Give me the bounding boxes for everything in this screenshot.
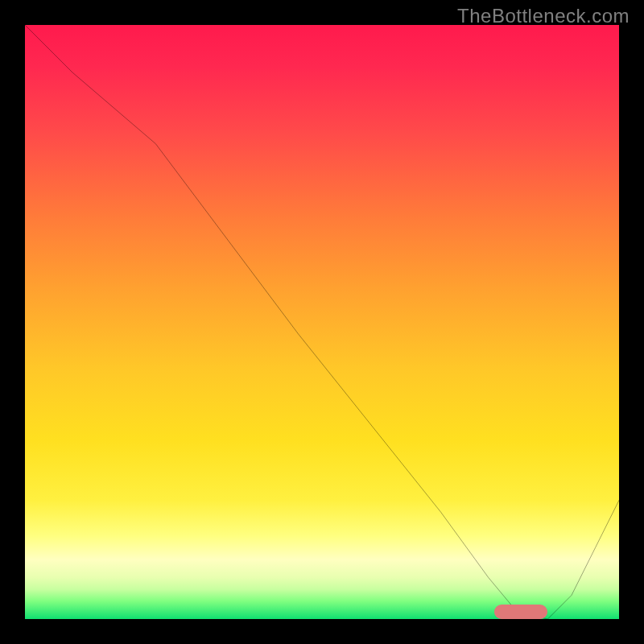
bottleneck-curve [25, 25, 619, 619]
watermark-text: TheBottleneck.com [457, 5, 630, 27]
chart-frame: TheBottleneck.com [0, 0, 644, 644]
plot-area [25, 25, 619, 619]
optimal-marker [494, 605, 547, 619]
